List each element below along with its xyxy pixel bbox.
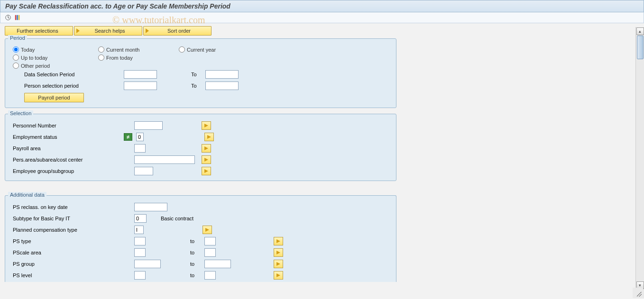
ps-type-label: PS type — [13, 238, 131, 244]
planned-comp-label: Planned compensation type — [13, 227, 131, 233]
selection-legend: Selection — [8, 110, 33, 116]
resize-grip[interactable] — [633, 288, 643, 298]
subtype-label: Subtype for Basic Pay IT — [13, 216, 131, 221]
payroll-area-more-button[interactable] — [202, 144, 211, 153]
pers-area-input[interactable] — [134, 155, 195, 164]
selection-buttons-row: Further selections Search helps Sort ord… — [5, 26, 639, 36]
arrow-right-icon — [146, 28, 149, 33]
app-toolbar — [0, 12, 644, 23]
not-equal-icon[interactable]: ≠ — [124, 133, 132, 141]
svg-rect-2 — [17, 15, 18, 20]
employment-status-more-button[interactable] — [204, 133, 214, 141]
person-selection-period-label: Person selection period — [13, 83, 121, 89]
scroll-thumb[interactable] — [637, 36, 644, 59]
pscale-area-to-label: to — [190, 250, 202, 255]
main-content: Further selections Search helps Sort ord… — [0, 23, 644, 294]
payroll-period-button[interactable]: Payroll period — [24, 93, 84, 102]
search-helps-button[interactable]: Search helps — [74, 26, 142, 36]
personnel-number-input[interactable] — [134, 121, 163, 130]
employee-group-label: Employee group/subgroup — [13, 168, 131, 174]
data-selection-from-input[interactable] — [124, 70, 157, 79]
payroll-area-label: Payroll area — [13, 145, 131, 151]
svg-rect-1 — [15, 15, 17, 20]
planned-comp-more-button[interactable] — [202, 226, 212, 234]
employee-group-more-button[interactable] — [202, 167, 211, 175]
personnel-number-label: Personnel Number — [13, 123, 131, 128]
ps-reclass-label: PS reclass. on key date — [13, 204, 131, 210]
ps-reclass-input[interactable] — [134, 203, 167, 211]
employment-status-label: Employment status — [13, 134, 121, 140]
radio-from-today[interactable]: From today — [98, 54, 133, 61]
pers-area-more-button[interactable] — [202, 155, 211, 164]
ps-level-from-input[interactable] — [134, 271, 146, 280]
ps-group-more-button[interactable] — [274, 260, 283, 268]
svg-rect-3 — [18, 15, 20, 20]
period-legend: Period — [8, 35, 27, 41]
selection-group: Selection Personnel Number Employment st… — [5, 114, 396, 181]
ps-type-to-input[interactable] — [204, 237, 216, 245]
radio-current-year[interactable]: Current year — [179, 46, 216, 53]
employment-status-input[interactable] — [136, 133, 144, 141]
subtype-desc: Basic contract — [161, 216, 193, 221]
sort-order-button[interactable]: Sort order — [143, 26, 212, 36]
radio-current-month[interactable]: Current month — [98, 46, 179, 53]
person-selection-to-input[interactable] — [205, 82, 239, 90]
radio-up-to-today[interactable]: Up to today — [13, 54, 98, 61]
data-selection-period-label: Data Selection Period — [13, 72, 121, 77]
to-label-2: To — [191, 83, 202, 89]
ps-group-label: PS group — [13, 261, 131, 267]
ps-type-from-input[interactable] — [134, 237, 146, 245]
pscale-area-label: PScale area — [13, 250, 131, 255]
pscale-area-from-input[interactable] — [134, 248, 146, 257]
title-text: Pay Scale Reclassification acc. to Age o… — [5, 2, 230, 10]
employee-group-input[interactable] — [134, 167, 153, 175]
pscale-area-to-input[interactable] — [204, 248, 216, 257]
ps-level-label: PS level — [13, 272, 131, 278]
scroll-up-button[interactable]: ▴ — [636, 27, 644, 35]
ps-type-to-label: to — [190, 238, 202, 244]
person-selection-from-input[interactable] — [124, 82, 157, 90]
ps-group-to-label: to — [190, 261, 202, 267]
period-group: Period Today Current month Current year … — [5, 38, 396, 108]
execute-icon[interactable] — [4, 14, 12, 21]
radio-other-period[interactable]: Other period — [13, 63, 50, 69]
ps-level-to-input[interactable] — [204, 271, 216, 280]
subtype-input[interactable] — [134, 214, 147, 223]
arrow-right-icon — [76, 28, 80, 33]
personnel-number-more-button[interactable] — [202, 121, 211, 130]
planned-comp-input[interactable] — [134, 226, 144, 234]
radio-today[interactable]: Today — [13, 46, 98, 53]
page-title: Pay Scale Reclassification acc. to Age o… — [0, 0, 644, 12]
ps-group-from-input[interactable] — [134, 260, 161, 268]
additional-data-legend: Additional data — [8, 192, 46, 198]
additional-data-group: Additional data PS reclass. on key date … — [5, 195, 396, 282]
variant-icon[interactable] — [14, 14, 21, 21]
ps-type-more-button[interactable] — [274, 237, 283, 245]
to-label: To — [191, 72, 202, 77]
payroll-area-input[interactable] — [134, 144, 146, 153]
vertical-scrollbar[interactable]: ▴ ▾ — [635, 27, 644, 298]
further-selections-button[interactable]: Further selections — [5, 26, 73, 36]
data-selection-to-input[interactable] — [205, 70, 239, 79]
ps-level-to-label: to — [190, 272, 202, 278]
ps-group-to-input[interactable] — [204, 260, 231, 268]
pscale-area-more-button[interactable] — [274, 248, 283, 257]
ps-level-more-button[interactable] — [274, 271, 283, 280]
pers-area-label: Pers.area/subarea/cost center — [13, 157, 131, 163]
